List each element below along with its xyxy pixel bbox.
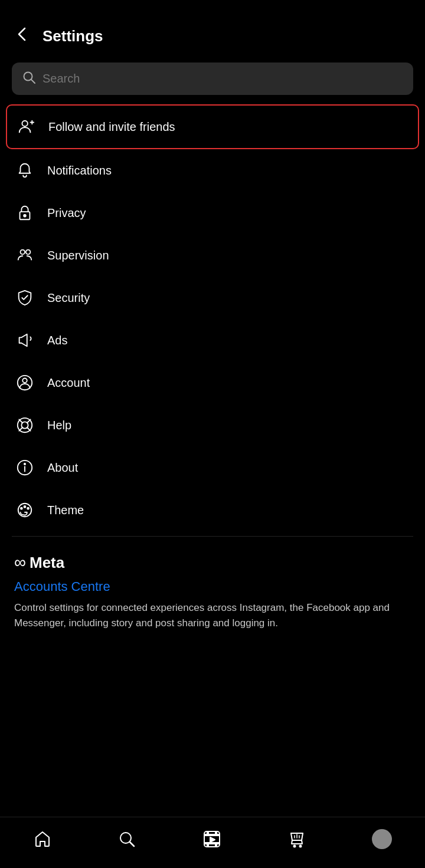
- megaphone-icon: [14, 330, 35, 351]
- menu-label-supervision: Supervision: [47, 249, 109, 262]
- svg-point-23: [27, 508, 29, 509]
- accounts-centre-link[interactable]: Accounts Centre: [14, 579, 411, 594]
- svg-point-19: [24, 463, 25, 465]
- shop-icon: [287, 830, 306, 849]
- svg-line-1: [31, 80, 35, 83]
- svg-point-34: [293, 846, 295, 847]
- avatar: [372, 829, 392, 849]
- menu-item-notifications[interactable]: Notifications: [6, 149, 419, 192]
- meta-logo-text: Meta: [30, 554, 64, 572]
- svg-point-22: [24, 506, 26, 508]
- nav-home[interactable]: [24, 825, 61, 853]
- svg-rect-32: [215, 844, 217, 847]
- search-input[interactable]: [42, 72, 403, 86]
- menu-label-about: About: [47, 461, 78, 475]
- menu-label-help: Help: [47, 419, 71, 432]
- menu-item-ads[interactable]: Ads: [6, 319, 419, 361]
- svg-rect-27: [204, 834, 220, 836]
- reels-icon: [202, 830, 221, 849]
- svg-point-10: [22, 379, 27, 383]
- person-circle-icon: [14, 372, 35, 393]
- lock-icon: [14, 202, 35, 223]
- svg-rect-28: [204, 843, 220, 844]
- nav-profile[interactable]: [362, 824, 401, 854]
- meta-infinity-icon: ∞: [14, 553, 26, 572]
- menu-item-supervision[interactable]: Supervision: [6, 234, 419, 277]
- nav-reels[interactable]: [193, 825, 231, 853]
- svg-point-6: [24, 215, 26, 217]
- header: Settings: [0, 0, 425, 58]
- meta-description: Control settings for connected experienc…: [14, 600, 411, 630]
- svg-point-7: [21, 250, 25, 255]
- menu-item-security[interactable]: Security: [6, 277, 419, 319]
- menu-label-security: Security: [47, 291, 90, 305]
- svg-line-15: [27, 419, 30, 422]
- svg-point-35: [299, 846, 301, 847]
- palette-icon: [14, 499, 35, 521]
- menu-label-notifications: Notifications: [47, 164, 112, 177]
- menu-label-ads: Ads: [47, 334, 67, 347]
- bell-icon: [14, 160, 35, 181]
- svg-point-8: [26, 250, 31, 255]
- menu-list: Follow and invite friends Notifications …: [0, 104, 425, 531]
- search-icon: [22, 71, 35, 87]
- svg-line-14: [27, 428, 30, 430]
- back-button[interactable]: [12, 24, 33, 48]
- home-icon: [33, 830, 52, 849]
- svg-marker-33: [210, 837, 215, 842]
- settings-content: Follow and invite friends Notifications …: [0, 104, 425, 701]
- section-divider: [12, 536, 413, 537]
- menu-label-theme: Theme: [47, 504, 84, 517]
- svg-line-16: [19, 428, 22, 430]
- menu-item-theme[interactable]: Theme: [6, 489, 419, 531]
- supervision-icon: [14, 245, 35, 266]
- nav-search[interactable]: [108, 825, 146, 853]
- svg-rect-30: [215, 831, 217, 834]
- meta-section: ∞ Meta Accounts Centre Control settings …: [0, 541, 425, 642]
- search-nav-icon: [117, 830, 136, 849]
- nav-shop[interactable]: [278, 825, 316, 853]
- menu-item-about[interactable]: About: [6, 446, 419, 489]
- menu-item-follow-invite[interactable]: Follow and invite friends: [6, 104, 419, 149]
- info-circle-icon: [14, 457, 35, 478]
- svg-line-13: [19, 419, 22, 422]
- lifebuoy-icon: [14, 415, 35, 436]
- search-bar[interactable]: [12, 63, 413, 95]
- menu-item-help[interactable]: Help: [6, 404, 419, 446]
- add-person-icon: [15, 116, 37, 137]
- page-title: Settings: [42, 27, 103, 45]
- shield-check-icon: [14, 287, 35, 308]
- svg-line-25: [130, 842, 134, 846]
- svg-rect-31: [207, 844, 208, 847]
- svg-rect-29: [207, 831, 208, 834]
- bottom-nav: [0, 817, 425, 868]
- menu-item-account[interactable]: Account: [6, 361, 419, 404]
- menu-label-follow-invite: Follow and invite friends: [48, 120, 175, 134]
- menu-label-account: Account: [47, 376, 90, 390]
- menu-label-privacy: Privacy: [47, 206, 86, 220]
- svg-point-2: [22, 121, 27, 126]
- meta-logo: ∞ Meta: [14, 553, 411, 572]
- svg-point-21: [21, 508, 22, 509]
- menu-item-privacy[interactable]: Privacy: [6, 192, 419, 234]
